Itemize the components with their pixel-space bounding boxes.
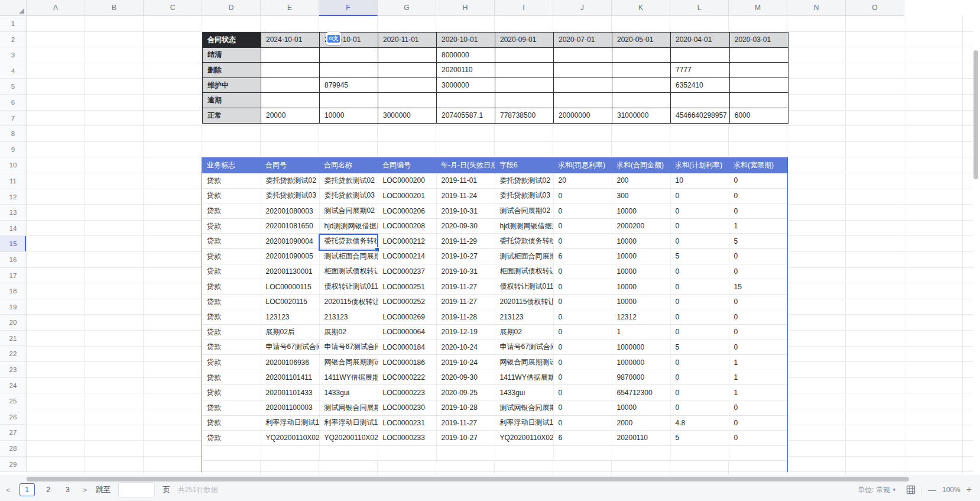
column-header-h[interactable]: H	[436, 0, 495, 16]
detail-cell[interactable]: 2019-10-31	[436, 203, 495, 219]
detail-cell[interactable]: 贷款	[202, 431, 261, 446]
detail-cell[interactable]: 0	[670, 264, 729, 279]
detail-cell[interactable]: LOC0000201	[378, 188, 436, 203]
detail-cell[interactable]: 2019-10-24	[436, 355, 495, 370]
detail-cell[interactable]: 0	[670, 203, 729, 219]
column-header-c[interactable]: C	[144, 0, 202, 16]
detail-cell[interactable]: 202001130001	[261, 264, 319, 279]
detail-cell[interactable]: YQ20200110X02	[319, 431, 378, 446]
row-header-25[interactable]: 25	[0, 393, 27, 409]
detail-cell[interactable]: 200	[612, 173, 670, 189]
detail-cell[interactable]: LOC0000184	[378, 340, 436, 355]
detail-cell[interactable]: 300	[612, 188, 670, 203]
detail-cell[interactable]: 10000	[612, 249, 670, 264]
pivot-cell[interactable]	[729, 93, 788, 108]
vertical-scrollbar-thumb[interactable]	[973, 50, 978, 179]
detail-cell[interactable]: LOC0000251	[378, 279, 436, 295]
detail-cell[interactable]: 2019-10-27	[436, 431, 495, 446]
detail-cell[interactable]: 展期02后	[261, 325, 319, 340]
detail-cell[interactable]: 0	[670, 400, 729, 416]
detail-cell[interactable]: 9870000	[612, 370, 670, 385]
detail-cell[interactable]: LOC0000231	[378, 415, 436, 431]
detail-cell[interactable]: 2000200	[612, 218, 670, 234]
translate-icon[interactable]: G文	[326, 32, 341, 45]
detail-cell[interactable]: 202001081650	[261, 218, 319, 234]
detail-cell[interactable]: 委托贷款测试03	[319, 188, 378, 203]
pivot-cell[interactable]	[612, 63, 671, 78]
detail-cell[interactable]: 2020-09-25	[436, 385, 495, 400]
detail-cell[interactable]: 213123	[319, 309, 378, 325]
column-header-i[interactable]: I	[495, 0, 553, 16]
pivot-cell[interactable]: 10000	[320, 108, 378, 123]
detail-cell[interactable]	[261, 445, 319, 461]
detail-cell[interactable]: 12312	[612, 309, 670, 325]
detail-cell[interactable]: 0	[670, 218, 729, 234]
detail-cell[interactable]	[612, 445, 670, 461]
pivot-cell[interactable]	[671, 47, 730, 63]
pivot-cell[interactable]: 20000	[261, 108, 320, 123]
detail-cell[interactable]: 委托贷款测试02	[261, 173, 319, 189]
detail-cell[interactable]: 贷款	[202, 340, 261, 355]
pivot-date-header[interactable]: 2020-05-01	[612, 33, 671, 48]
detail-cell[interactable]: LOC0000252	[378, 294, 436, 309]
detail-column-header[interactable]: 业务标志	[202, 157, 261, 173]
detail-cell[interactable]: 202001100003	[261, 400, 319, 416]
pivot-cell[interactable]	[378, 93, 437, 108]
pivot-cell[interactable]	[554, 93, 612, 108]
detail-cell[interactable]: 0	[670, 294, 729, 309]
pivot-cell[interactable]: 6352410	[671, 77, 730, 93]
detail-cell[interactable]: LOC0000222	[378, 370, 436, 385]
detail-cell[interactable]: LOC0000064	[378, 325, 436, 340]
detail-cell[interactable]: hjd测测网银借据展期	[495, 218, 553, 234]
detail-cell[interactable]: 贷款	[202, 294, 261, 309]
detail-cell[interactable]: LOC0020115	[261, 294, 319, 309]
pivot-cell[interactable]	[554, 47, 612, 63]
pivot-cell[interactable]: 879945	[320, 77, 378, 93]
pivot-cell[interactable]	[729, 47, 788, 63]
pivot-cell[interactable]: 20200110	[437, 63, 495, 78]
pivot-row-label[interactable]: 结清	[203, 47, 261, 63]
pivot-cell[interactable]: 8000000	[437, 47, 495, 63]
detail-cell[interactable]: 0	[670, 188, 729, 203]
pivot-cell[interactable]: 3000000	[378, 108, 437, 123]
detail-cell[interactable]: LOC0000186	[378, 355, 436, 370]
detail-cell[interactable]: 202001101411	[261, 370, 319, 385]
pivot-cell[interactable]	[554, 63, 612, 78]
detail-cell[interactable]: 1433gui	[319, 385, 378, 400]
detail-cell[interactable]: 20200106936	[261, 355, 319, 370]
next-page-button[interactable]: >	[82, 486, 89, 494]
detail-column-header[interactable]: 合同编号	[378, 157, 436, 173]
pivot-cell[interactable]: 4546640298957	[671, 108, 730, 123]
detail-cell[interactable]: 贷款	[202, 415, 261, 431]
pivot-date-header[interactable]: 2020-07-01	[554, 33, 612, 48]
detail-cell[interactable]: LOC0000233	[378, 431, 436, 446]
detail-cell[interactable]: 0	[553, 325, 612, 340]
detail-cell[interactable]: 0	[729, 431, 787, 446]
zoom-out-button[interactable]: —	[928, 486, 936, 494]
row-header-14[interactable]: 14	[0, 221, 27, 237]
detail-cell[interactable]: 委托贷款测试02	[319, 173, 378, 189]
detail-cell[interactable]: 贷款	[202, 309, 261, 325]
pivot-corner-cell[interactable]: 合同状态	[203, 33, 261, 48]
column-header-d[interactable]: D	[202, 0, 261, 16]
detail-cell[interactable]: 0	[553, 340, 612, 355]
column-header-g[interactable]: G	[378, 0, 436, 16]
detail-column-header[interactable]: 求和(宽限期)	[729, 157, 787, 173]
detail-column-header[interactable]: 求和(罚息利率)	[553, 157, 612, 173]
detail-cell[interactable]: 10	[670, 173, 729, 189]
detail-cell[interactable]: 0	[670, 370, 729, 385]
pivot-cell[interactable]	[378, 77, 437, 93]
detail-cell[interactable]: 0	[670, 355, 729, 370]
detail-cell[interactable]: 1000000	[612, 340, 670, 355]
detail-cell[interactable]: 贷款	[202, 264, 261, 279]
detail-cell[interactable]: LOC0000237	[378, 264, 436, 279]
pivot-cell[interactable]	[378, 47, 437, 63]
row-header-11[interactable]: 11	[0, 173, 27, 189]
detail-cell[interactable]: 测试网银合同展期	[495, 400, 553, 416]
detail-cell[interactable]: 2020-10-24	[436, 340, 495, 355]
row-header-18[interactable]: 18	[0, 283, 27, 299]
pivot-cell[interactable]	[495, 93, 554, 108]
row-header-21[interactable]: 21	[0, 331, 27, 347]
pivot-date-header[interactable]: 2020-03-01	[729, 33, 788, 48]
detail-cell[interactable]: 0	[729, 264, 787, 279]
